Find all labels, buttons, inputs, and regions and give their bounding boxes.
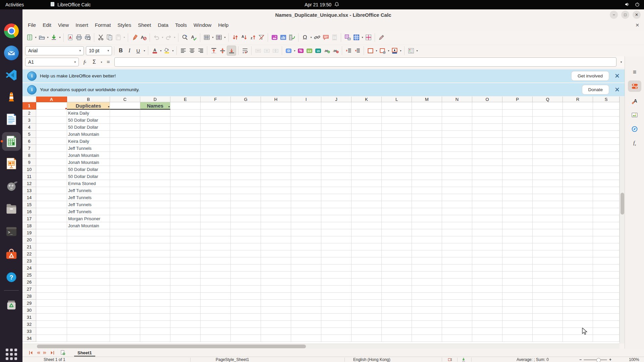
cell-A28[interactable] <box>36 293 67 300</box>
cell-K29[interactable] <box>352 300 382 307</box>
cell-O27[interactable] <box>472 286 502 293</box>
cell-R17[interactable] <box>563 215 593 222</box>
cell-F32[interactable] <box>201 321 231 328</box>
cell-M15[interactable] <box>412 201 442 208</box>
cell-A16[interactable] <box>36 208 67 215</box>
menu-file[interactable]: File <box>24 20 39 30</box>
dock-item-trash[interactable] <box>3 297 19 313</box>
row-header-20[interactable]: 20 <box>22 236 36 243</box>
cell-J4[interactable] <box>321 124 352 131</box>
cell-R12[interactable] <box>563 180 593 187</box>
cell-M8[interactable] <box>412 152 442 159</box>
minimize-button[interactable]: − <box>610 11 618 19</box>
cell-K25[interactable] <box>352 272 382 279</box>
cell-M5[interactable] <box>412 131 442 138</box>
cell-Q14[interactable] <box>533 194 563 201</box>
cell-E14[interactable] <box>170 194 201 201</box>
cell-E21[interactable] <box>170 243 201 250</box>
close-icon[interactable]: ✕ <box>614 86 620 94</box>
cell-A14[interactable] <box>36 194 67 201</box>
cell-Q33[interactable] <box>533 328 563 335</box>
cell-F29[interactable] <box>201 300 231 307</box>
cell-P9[interactable] <box>502 159 533 166</box>
zoom-slider[interactable]: − + <box>579 357 611 362</box>
power-icon[interactable] <box>635 2 640 8</box>
row-header-9[interactable]: 9 <box>22 159 36 166</box>
cell-H9[interactable] <box>261 159 291 166</box>
cell-G4[interactable] <box>231 124 261 131</box>
cell-S32[interactable] <box>593 321 620 328</box>
cell-F30[interactable] <box>201 307 231 314</box>
export-pdf-icon[interactable]: A <box>66 33 74 42</box>
cell-S17[interactable] <box>593 215 620 222</box>
cell-D34[interactable] <box>140 335 170 342</box>
cell-I34[interactable] <box>291 335 321 342</box>
cell-G12[interactable] <box>231 180 261 187</box>
cell-Q19[interactable] <box>533 229 563 236</box>
cell-O26[interactable] <box>472 279 502 286</box>
menu-format[interactable]: Format <box>92 20 114 30</box>
align-bottom-icon[interactable] <box>227 46 236 56</box>
cell-M12[interactable] <box>412 180 442 187</box>
cell-N7[interactable] <box>442 145 472 152</box>
cell-A9[interactable] <box>36 159 67 166</box>
row-header-26[interactable]: 26 <box>22 279 36 286</box>
column-header-I[interactable]: I <box>291 97 321 102</box>
select-all-corner[interactable] <box>22 97 36 102</box>
cell-S3[interactable] <box>593 117 620 124</box>
cell-A19[interactable] <box>36 229 67 236</box>
cell-R13[interactable] <box>563 187 593 194</box>
cell-M34[interactable] <box>412 335 442 342</box>
cell-L3[interactable] <box>382 117 412 124</box>
cell-N25[interactable] <box>442 272 472 279</box>
cell-L5[interactable] <box>382 131 412 138</box>
cell-M30[interactable] <box>412 307 442 314</box>
cell-J7[interactable] <box>321 145 352 152</box>
cell-C22[interactable] <box>110 250 140 257</box>
cell-C25[interactable] <box>110 272 140 279</box>
cell-H7[interactable] <box>261 145 291 152</box>
cell-J3[interactable] <box>321 117 352 124</box>
cell-N23[interactable] <box>442 257 472 264</box>
cell-S21[interactable] <box>593 243 620 250</box>
cell-R29[interactable] <box>563 300 593 307</box>
border-color-dropdown-icon[interactable]: ▾ <box>399 49 402 52</box>
cell-I13[interactable] <box>291 187 321 194</box>
cell-H17[interactable] <box>261 215 291 222</box>
autofilter-icon-D1[interactable]: ▾ <box>168 105 170 108</box>
cell-C19[interactable] <box>110 229 140 236</box>
cell-I30[interactable] <box>291 307 321 314</box>
cell-C31[interactable] <box>110 314 140 321</box>
cell-E11[interactable] <box>170 173 201 180</box>
cell-G3[interactable] <box>231 117 261 124</box>
cell-B14[interactable]: Jeff Tunnels <box>67 194 110 201</box>
cell-S19[interactable] <box>593 229 620 236</box>
cell-I4[interactable] <box>291 124 321 131</box>
cell-A15[interactable] <box>36 201 67 208</box>
italic-icon[interactable]: I <box>125 46 134 55</box>
cell-P14[interactable] <box>502 194 533 201</box>
cell-H5[interactable] <box>261 131 291 138</box>
row-header-29[interactable]: 29 <box>22 300 36 307</box>
cell-H4[interactable] <box>261 124 291 131</box>
cell-I21[interactable] <box>291 243 321 250</box>
row-header-18[interactable]: 18 <box>22 222 36 229</box>
menu-data[interactable]: Data <box>154 20 172 30</box>
dock-item-libreoffice-impress[interactable] <box>3 156 19 172</box>
row-header-30[interactable]: 30 <box>22 307 36 314</box>
cell-J2[interactable] <box>321 110 352 117</box>
cell-S33[interactable] <box>593 328 620 335</box>
cell-Q13[interactable] <box>533 187 563 194</box>
activities-button[interactable]: Activities <box>5 2 24 7</box>
cell-M24[interactable] <box>412 264 442 272</box>
cell-O31[interactable] <box>472 314 502 321</box>
cell-F28[interactable] <box>201 293 231 300</box>
print-preview-icon[interactable] <box>83 33 92 42</box>
cell-C2[interactable] <box>110 110 140 117</box>
cell-P27[interactable] <box>502 286 533 293</box>
cell-E3[interactable] <box>170 117 201 124</box>
row-header-4[interactable]: 4 <box>22 124 36 131</box>
cell-G27[interactable] <box>231 286 261 293</box>
speaker-icon[interactable] <box>625 2 630 8</box>
cell-F5[interactable] <box>201 131 231 138</box>
